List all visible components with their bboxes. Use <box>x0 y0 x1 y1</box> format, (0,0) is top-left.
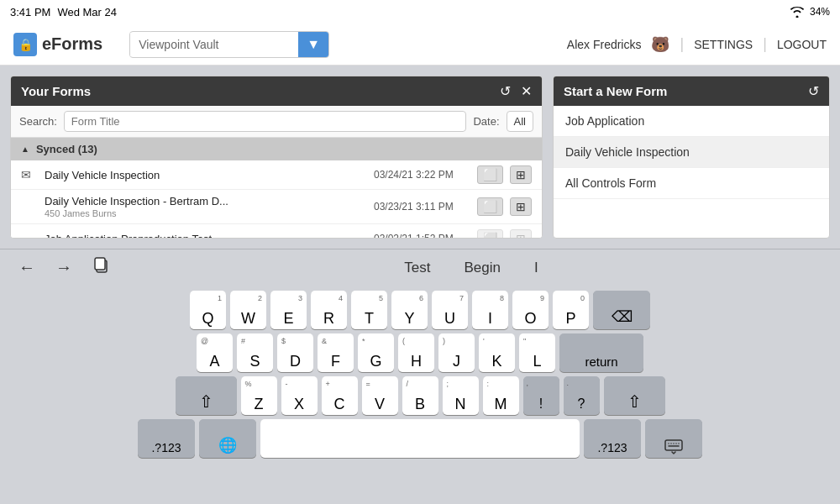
key-g[interactable]: *G <box>358 333 394 372</box>
form-row-date: 03/23/21 3:11 PM <box>374 201 470 213</box>
key-v[interactable]: =V <box>362 376 398 415</box>
suggestion-2[interactable]: Begin <box>464 260 500 276</box>
grid-button-inactive[interactable]: ⊞ <box>510 229 532 239</box>
key-q[interactable]: 1Q <box>190 291 226 329</box>
date-label: Date: <box>473 115 499 128</box>
key-u[interactable]: 7U <box>432 291 468 329</box>
undo-button[interactable]: ← <box>13 255 40 281</box>
key-r[interactable]: 4R <box>311 291 347 329</box>
shift-right-key[interactable]: ⇧ <box>604 376 665 415</box>
key-l[interactable]: "L <box>519 333 555 372</box>
key-k[interactable]: 'K <box>479 333 515 372</box>
search-bar: Search: Date: All <box>11 106 542 138</box>
kb-row-3: ⇧ %Z -X +C =V /B ;N :M ! , ? . ⇧ <box>3 376 837 415</box>
return-key[interactable]: return <box>559 333 643 372</box>
key-e[interactable]: 3E <box>270 291 307 329</box>
user-avatar-icon: 🐻 <box>651 35 669 54</box>
form-row-info: Daily Vehicle Inspection - Bertram D... … <box>45 195 367 218</box>
space-key[interactable] <box>260 419 580 458</box>
date-filter[interactable]: All <box>507 111 533 132</box>
number-key-left[interactable]: .?123 <box>138 419 195 458</box>
key-p[interactable]: 0P <box>553 291 589 329</box>
suggestion-1[interactable]: Test <box>404 260 430 276</box>
form-row-title: Job Application Preproduction Test <box>45 233 367 239</box>
battery-level: 34% <box>810 6 830 18</box>
settings-link[interactable]: SETTINGS <box>694 38 753 51</box>
redo-button[interactable]: → <box>50 255 77 281</box>
vault-input[interactable] <box>130 33 298 56</box>
kb-row-1: 1Q 2W 3E 4R 5T 6Y 7U 8I 9O 0P ⌫ <box>3 291 837 329</box>
keyboard-hide-icon <box>664 439 683 454</box>
app-title: eForms <box>42 34 102 54</box>
envelope-icon: ✉ <box>21 168 38 181</box>
key-t[interactable]: 5T <box>351 291 387 329</box>
your-forms-close-icon[interactable]: ✕ <box>521 83 532 99</box>
svg-rect-1 <box>95 258 105 270</box>
form-row-actions: ⬜ ⊞ <box>477 197 532 216</box>
key-s[interactable]: #S <box>237 333 273 372</box>
pdf-button[interactable]: ⬜ <box>477 197 503 216</box>
backspace-key[interactable]: ⌫ <box>593 291 650 329</box>
your-forms-refresh-icon[interactable]: ↺ <box>500 83 511 99</box>
punctuation-key[interactable]: ! , <box>523 376 559 415</box>
key-j[interactable]: )J <box>438 333 475 372</box>
key-f[interactable]: &F <box>318 333 354 372</box>
new-form-panel: Start a New Form ↺ Job Application Daily… <box>553 76 830 239</box>
pdf-button[interactable]: ⬜ <box>477 165 503 184</box>
form-row[interactable]: ✉ Daily Vehicle Inspection 03/24/21 3:22… <box>11 160 542 190</box>
pdf-button-inactive[interactable]: ⬜ <box>477 229 503 239</box>
key-i[interactable]: 8I <box>472 291 508 329</box>
grid-button[interactable]: ⊞ <box>510 165 532 184</box>
globe-key[interactable]: 🌐 <box>199 419 256 458</box>
your-forms-header-icons: ↺ ✕ <box>500 83 532 99</box>
triangle-icon: ▲ <box>21 144 29 154</box>
key-b[interactable]: /B <box>402 376 438 415</box>
key-m[interactable]: :M <box>483 376 519 415</box>
svg-rect-2 <box>665 440 682 450</box>
new-form-item[interactable]: Job Application <box>554 106 829 137</box>
key-z[interactable]: %Z <box>241 376 277 415</box>
key-c[interactable]: +C <box>322 376 358 415</box>
form-list: ✉ Daily Vehicle Inspection 03/24/21 3:22… <box>11 160 542 239</box>
key-w[interactable]: 2W <box>230 291 266 329</box>
key-a[interactable]: @A <box>197 333 233 372</box>
vault-dropdown[interactable]: ▼ <box>129 31 329 58</box>
key-o[interactable]: 9O <box>512 291 549 329</box>
status-bar: 3:41 PM Wed Mar 24 34% <box>0 0 840 24</box>
form-row-sub: 450 James Burns <box>45 208 367 218</box>
search-label: Search: <box>19 115 57 128</box>
number-key-right[interactable]: .?123 <box>584 419 641 458</box>
suggestion-3[interactable]: I <box>534 260 538 276</box>
shift-left-key[interactable]: ⇧ <box>176 376 237 415</box>
logout-link[interactable]: LOGOUT <box>777 38 827 51</box>
wifi-icon <box>790 7 805 18</box>
user-name: Alex Fredricks <box>567 38 642 51</box>
new-form-refresh-icon[interactable]: ↺ <box>808 83 819 99</box>
keyboard-toolbar: ← → Test Begin I <box>0 249 840 286</box>
question-key[interactable]: ? . <box>564 376 600 415</box>
key-y[interactable]: 6Y <box>391 291 428 329</box>
copy-icon <box>92 256 111 275</box>
key-n[interactable]: ;N <box>443 376 479 415</box>
form-row-info: Job Application Preproduction Test <box>45 233 367 239</box>
new-form-item[interactable]: Daily Vehicle Inspection <box>554 137 829 168</box>
keyboard-hide-key[interactable] <box>645 419 702 458</box>
status-date: Wed Mar 24 <box>57 6 117 18</box>
vault-dropdown-button[interactable]: ▼ <box>298 32 328 57</box>
form-row[interactable]: Job Application Preproduction Test 03/02… <box>11 224 542 239</box>
synced-header: ▲ Synced (13) <box>11 138 542 160</box>
status-time: 3:41 PM <box>10 6 50 18</box>
key-h[interactable]: (H <box>398 333 434 372</box>
main-content: Your Forms ↺ ✕ Search: Date: All ▲ Synce… <box>0 66 840 249</box>
search-input[interactable] <box>64 111 467 132</box>
form-row-actions: ⬜ ⊞ <box>477 165 532 184</box>
copy-button[interactable] <box>87 253 116 282</box>
grid-button[interactable]: ⊞ <box>510 197 532 216</box>
kb-row-4: .?123 🌐 .?123 <box>3 419 837 458</box>
kb-row-2: @A #S $D &F *G (H )J 'K "L return <box>3 333 837 372</box>
key-d[interactable]: $D <box>277 333 313 372</box>
key-x[interactable]: -X <box>281 376 318 415</box>
new-form-header: Start a New Form ↺ <box>554 76 829 106</box>
form-row[interactable]: Daily Vehicle Inspection - Bertram D... … <box>11 190 542 224</box>
new-form-item[interactable]: All Controls Form <box>554 168 829 199</box>
